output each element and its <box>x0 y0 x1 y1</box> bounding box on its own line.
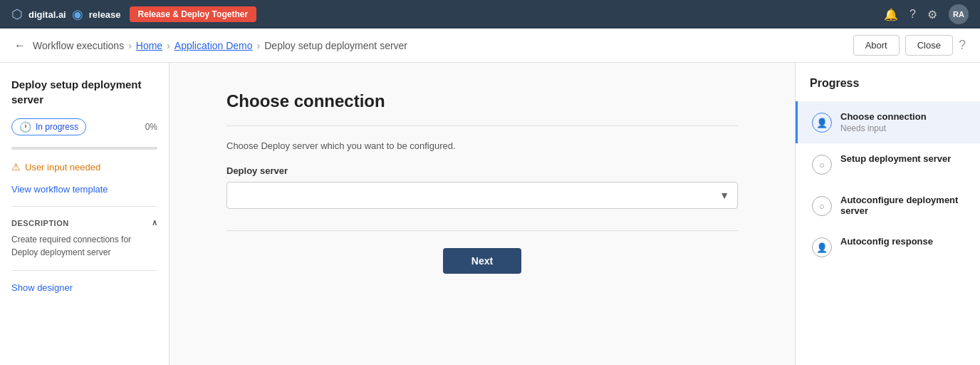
step-name: Autoconfigure deployment server <box>840 195 966 216</box>
step-name: Setup deployment server <box>840 153 966 164</box>
status-label: In progress <box>36 122 78 132</box>
breadcrumb-sep-2: › <box>167 40 170 51</box>
logo-area: ⬡ digital.ai ◉ release <box>11 6 121 22</box>
status-badge: 🕐 In progress <box>11 118 86 135</box>
breadcrumb-home[interactable]: Home <box>136 40 162 51</box>
progress-bar-track <box>11 147 157 150</box>
description-section: DESCRIPTION ∧ Create required connection… <box>11 218 157 259</box>
step-icon: ○ <box>812 155 832 175</box>
sidebar: Deploy setup deployment server 🕐 In prog… <box>0 63 170 365</box>
breadcrumb: ← Workflow executions › Home › Applicati… <box>14 39 407 52</box>
divider-2 <box>11 270 157 271</box>
step-info: Autoconfig response <box>840 236 966 247</box>
breadcrumb-actions: Abort Close ? <box>853 35 966 56</box>
view-template-link[interactable]: View workflow template <box>11 184 157 195</box>
step-info: Choose connectionNeeds input <box>840 111 966 133</box>
top-navigation: ⬡ digital.ai ◉ release Release & Deploy … <box>0 0 980 29</box>
avatar[interactable]: RA <box>949 4 969 24</box>
breadcrumb-section: Workflow executions <box>33 40 124 51</box>
topnav-left: ⬡ digital.ai ◉ release Release & Deploy … <box>11 6 256 22</box>
warning-icon: ⚠ <box>11 161 21 173</box>
deploy-server-label: Deploy server <box>226 165 738 176</box>
breadcrumb-sep-1: › <box>128 40 132 51</box>
progress-panel-title: Progress <box>796 77 980 90</box>
status-row: 🕐 In progress 0% <box>11 118 157 135</box>
step-icon: ○ <box>812 196 832 216</box>
close-button[interactable]: Close <box>905 35 953 56</box>
progress-steps: 👤Choose connectionNeeds input○Setup depl… <box>796 101 980 267</box>
release-label: release <box>89 9 121 20</box>
settings-icon[interactable]: ⚙ <box>927 8 937 21</box>
step-status: Needs input <box>840 123 966 133</box>
page-help-icon[interactable]: ? <box>959 38 966 53</box>
step-name: Autoconfig response <box>840 236 966 247</box>
progress-step[interactable]: ○Autoconfigure deployment server <box>796 185 980 226</box>
breadcrumb-bar: ← Workflow executions › Home › Applicati… <box>0 29 980 63</box>
user-input-row: ⚠ User input needed <box>11 161 157 173</box>
step-icon: 👤 <box>812 237 832 257</box>
notifications-icon[interactable]: 🔔 <box>884 8 898 21</box>
deploy-server-select-wrapper: ▼ <box>226 182 738 209</box>
logo-text: digital.ai <box>28 9 66 20</box>
main-layout: Deploy setup deployment server 🕐 In prog… <box>0 63 980 365</box>
release-icon: ◉ <box>72 6 83 22</box>
abort-button[interactable]: Abort <box>853 35 900 56</box>
next-button[interactable]: Next <box>443 248 521 274</box>
status-spinner-icon: 🕐 <box>19 121 31 133</box>
digital-ai-icon: ⬡ <box>11 6 23 22</box>
breadcrumb-app[interactable]: Application Demo <box>174 40 253 51</box>
breadcrumb-current: Deploy setup deployment server <box>264 40 407 51</box>
back-button[interactable]: ← <box>14 39 26 52</box>
form-bottom-divider <box>226 230 738 231</box>
deploy-server-select[interactable] <box>226 182 738 209</box>
progress-percent: 0% <box>145 122 157 132</box>
topnav-right: 🔔 ? ⚙ RA <box>884 4 969 24</box>
form-top-divider <box>226 125 738 126</box>
main-content: Choose connection Choose Deploy server w… <box>170 63 795 365</box>
step-icon: 👤 <box>812 113 832 133</box>
release-deploy-badge[interactable]: Release & Deploy Together <box>130 6 257 22</box>
description-header: DESCRIPTION ∧ <box>11 218 157 227</box>
step-name: Choose connection <box>840 111 966 122</box>
show-designer-link[interactable]: Show designer <box>11 282 157 293</box>
progress-step[interactable]: 👤Autoconfig response <box>796 226 980 267</box>
chevron-up-icon: ∧ <box>152 218 158 227</box>
progress-panel: Progress 👤Choose connectionNeeds input○S… <box>795 63 980 365</box>
help-icon[interactable]: ? <box>909 8 916 21</box>
user-input-label: User input needed <box>25 162 100 173</box>
breadcrumb-sep-3: › <box>257 40 261 51</box>
sidebar-title: Deploy setup deployment server <box>11 77 157 107</box>
step-info: Autoconfigure deployment server <box>840 195 966 216</box>
form-description: Choose Deploy server which you want to b… <box>226 140 738 151</box>
progress-step[interactable]: 👤Choose connectionNeeds input <box>796 101 980 143</box>
step-info: Setup deployment server <box>840 153 966 164</box>
description-text: Create required connections for Deploy d… <box>11 233 157 259</box>
divider-1 <box>11 206 157 207</box>
form-title: Choose connection <box>226 91 738 111</box>
progress-step[interactable]: ○Setup deployment server <box>796 143 980 185</box>
